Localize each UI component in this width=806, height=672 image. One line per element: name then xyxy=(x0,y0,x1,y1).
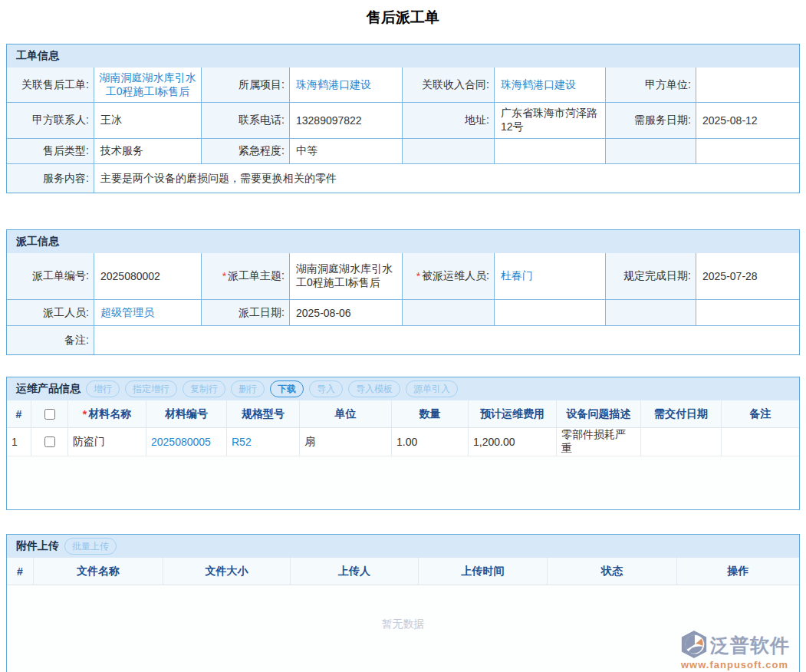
col-index: # xyxy=(7,400,31,427)
row-select xyxy=(31,428,68,456)
row-estimated-fee: 1,200.00 xyxy=(469,428,557,456)
col-material-code: 材料编号 xyxy=(146,400,227,427)
product-section-header: 运维产品信息 增行 指定增行 复制行 删行 下载 导入 导入模板 源单引入 xyxy=(7,377,799,400)
import-template-button[interactable]: 导入模板 xyxy=(348,380,400,397)
dispatch-info-row-2: 派工人员: 超级管理员 派工日期: 2025-08-06 xyxy=(7,300,799,326)
dispatch-info-row-1: 派工单编号: 2025080002 *派工单主题: 湖南洞庭湖水库引水工0程施工… xyxy=(7,253,799,300)
phone-label: 联系电话: xyxy=(202,103,290,138)
col-estimated-fee: 预计运维费用 xyxy=(469,400,557,427)
phone-value: 13289097822 xyxy=(290,103,403,138)
import-button[interactable]: 导入 xyxy=(309,380,343,397)
project-label: 所属项目: xyxy=(202,68,290,102)
col-select-all xyxy=(31,400,68,427)
type-value: 技术服务 xyxy=(94,139,202,163)
project-link[interactable]: 珠海鹤港口建设 xyxy=(296,78,371,92)
attachment-section-title: 附件上传 xyxy=(16,539,59,553)
empty-label-cell xyxy=(606,300,696,325)
subject-label-text: 派工单主题: xyxy=(228,269,285,283)
related-order-label: 关联售后工单: xyxy=(7,68,94,102)
empty-value-cell xyxy=(495,139,606,163)
type-label: 售后类型: xyxy=(7,139,94,163)
dispatcher-value: 超级管理员 xyxy=(94,300,202,325)
vendor-logo-icon xyxy=(679,630,709,661)
assignee-value: 杜春门 xyxy=(495,253,606,299)
row-index: 1 xyxy=(7,428,31,456)
empty-value-cell xyxy=(696,139,799,163)
dispatcher-label: 派工人员: xyxy=(7,300,94,325)
dispatch-info-header: 派工信息 xyxy=(7,230,799,253)
spec-link[interactable]: R52 xyxy=(232,436,252,448)
deadline-label: 规定完成日期: xyxy=(606,253,696,299)
assignee-link[interactable]: 杜春门 xyxy=(501,269,533,283)
required-mark: * xyxy=(222,270,226,282)
col-actions: 操作 xyxy=(677,558,799,585)
attachment-section: 附件上传 批量上传 # 文件名称 文件大小 上传人 上传时间 状态 操作 暂无数… xyxy=(6,534,800,672)
income-contract-value: 珠海鹤港口建设 xyxy=(495,68,606,102)
material-code-link[interactable]: 2025080005 xyxy=(151,436,211,448)
vendor-logo: 泛普软件 www.fanpusoft.com xyxy=(679,630,794,670)
col-quantity: 数量 xyxy=(392,400,469,427)
download-button[interactable]: 下载 xyxy=(270,380,304,397)
party-a-value xyxy=(696,68,799,102)
col-uploader: 上传人 xyxy=(291,558,419,585)
attachment-table-header: # 文件名称 文件大小 上传人 上传时间 状态 操作 xyxy=(7,558,799,585)
col-upload-time: 上传时间 xyxy=(419,558,548,585)
order-info-row-4: 服务内容: 主要是两个设备的磨损问题，需要更换相关的零件 xyxy=(7,164,799,193)
related-order-value: 湖南洞庭湖水库引水工0程施工I标售后 xyxy=(94,68,202,102)
col-material-name-text: 材料名称 xyxy=(88,407,131,421)
remark-value xyxy=(94,326,799,354)
empty-value-cell xyxy=(495,300,606,325)
subject-label: *派工单主题: xyxy=(202,253,290,299)
order-info-section: 工单信息 关联售后工单: 湖南洞庭湖水库引水工0程施工I标售后 所属项目: 珠海… xyxy=(6,44,800,193)
service-date-label: 需服务日期: xyxy=(606,103,696,138)
dispatcher-link[interactable]: 超级管理员 xyxy=(100,306,154,320)
assignee-label-text: 被派运维人员: xyxy=(422,269,489,283)
row-remark xyxy=(722,428,799,456)
row-checkbox[interactable] xyxy=(44,436,55,447)
subject-value: 湖南洞庭湖水库引水工0程施工I标售后 xyxy=(290,253,403,299)
party-a-label: 甲方单位: xyxy=(606,68,696,102)
col-file-size: 文件大小 xyxy=(163,558,291,585)
dispatch-date-value: 2025-08-06 xyxy=(290,300,403,325)
address-value: 广东省珠海市菏泽路12号 xyxy=(495,103,606,138)
content-label: 服务内容: xyxy=(7,164,94,193)
vendor-brand-text: 泛普软件 xyxy=(710,633,790,658)
order-info-header: 工单信息 xyxy=(7,44,799,68)
add-row-button[interactable]: 增行 xyxy=(86,380,120,397)
page-title: 售后派工单 xyxy=(6,0,800,44)
col-unit: 单位 xyxy=(300,400,392,427)
urgency-label: 紧急程度: xyxy=(202,139,290,163)
vendor-url-text: www.fanpusoft.com xyxy=(679,659,794,670)
source-ref-button[interactable]: 源单引入 xyxy=(406,380,458,397)
dispatch-info-row-3: 备注: xyxy=(7,326,799,354)
empty-label-cell xyxy=(403,300,495,325)
dispatch-date-label: 派工日期: xyxy=(202,300,290,325)
required-mark: * xyxy=(83,408,87,420)
empty-label-cell xyxy=(403,139,495,163)
row-material-name: 防盗门 xyxy=(68,428,146,456)
batch-upload-button[interactable]: 批量上传 xyxy=(64,538,117,555)
income-contract-link[interactable]: 珠海鹤港口建设 xyxy=(501,78,576,92)
assignee-label: *被派运维人员: xyxy=(403,253,495,299)
empty-label-cell xyxy=(606,139,696,163)
insert-row-button[interactable]: 指定增行 xyxy=(125,380,177,397)
service-date-value: 2025-08-12 xyxy=(696,103,799,138)
col-spec: 规格型号 xyxy=(227,400,300,427)
row-delivery-date xyxy=(641,428,722,456)
empty-value-cell xyxy=(696,300,799,325)
deadline-value: 2025-07-28 xyxy=(696,253,799,299)
select-all-checkbox[interactable] xyxy=(44,409,55,420)
copy-row-button[interactable]: 复制行 xyxy=(183,380,225,397)
delete-row-button[interactable]: 删行 xyxy=(231,380,265,397)
urgency-value: 中等 xyxy=(290,139,403,163)
dispatch-no-label: 派工单编号: xyxy=(7,253,94,299)
related-order-link[interactable]: 湖南洞庭湖水库引水工0程施工I标售后 xyxy=(96,71,199,99)
order-info-row-2: 甲方联系人: 王冰 联系电话: 13289097822 地址: 广东省珠海市菏泽… xyxy=(7,103,799,139)
row-unit: 扇 xyxy=(300,428,392,456)
product-table-row: 1 防盗门 2025080005 R52 扇 1.00 1,200.00 零部件… xyxy=(7,428,799,456)
row-material-code: 2025080005 xyxy=(146,428,227,456)
order-info-row-1: 关联售后工单: 湖南洞庭湖水库引水工0程施工I标售后 所属项目: 珠海鹤港口建设… xyxy=(7,68,799,103)
col-problem-desc: 设备问题描述 xyxy=(557,400,641,427)
required-mark: * xyxy=(416,270,420,282)
col-index: # xyxy=(7,558,34,585)
